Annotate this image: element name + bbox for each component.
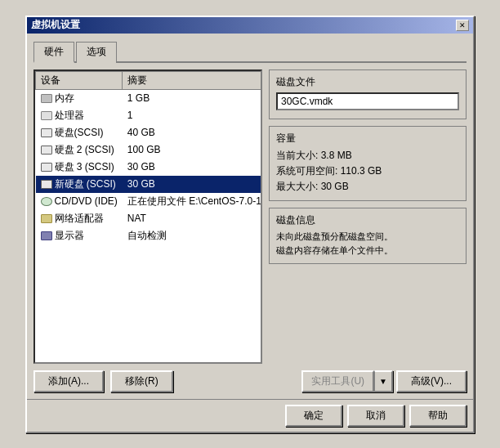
- table-row[interactable]: 网络适配器 NAT: [36, 210, 263, 227]
- disk-file-input[interactable]: [276, 92, 459, 110]
- disk-note2: 磁盘内容存储在单个文件中。: [276, 244, 459, 257]
- footer-buttons: 确定 取消 帮助: [27, 399, 473, 432]
- utility-dropdown-arrow[interactable]: ▼: [374, 370, 393, 392]
- disk-icon: [41, 146, 52, 155]
- remove-button[interactable]: 移除(R): [110, 370, 173, 392]
- table-row[interactable]: 新硬盘 (SCSI) 30 GB: [36, 176, 263, 193]
- available-space: 系统可用空间: 110.3 GB: [276, 164, 459, 178]
- col-summary: 摘要: [123, 71, 262, 89]
- current-size: 当前大小: 3.8 MB: [276, 149, 459, 163]
- capacity-group: 容量 当前大小: 3.8 MB 系统可用空间: 110.3 GB 最大大小: 3…: [269, 126, 467, 201]
- utility-button[interactable]: 实用工具(U): [301, 370, 374, 392]
- tab-hardware[interactable]: 硬件: [33, 42, 74, 63]
- action-buttons: 添加(A)... 移除(R): [33, 370, 262, 392]
- utility-row: 实用工具(U) ▼ 高级(V)...: [269, 370, 467, 392]
- title-bar-buttons: ✕: [456, 20, 469, 31]
- disk-info-title: 磁盘信息: [276, 213, 459, 227]
- display-icon: [41, 231, 52, 240]
- right-panel: 磁盘文件 容量 当前大小: 3.8 MB 系统可用空间: 110.3 GB 最大…: [269, 69, 467, 392]
- help-button[interactable]: 帮助: [409, 405, 467, 427]
- cpu-icon: [41, 111, 52, 120]
- disk-note1: 未向此磁盘预分配磁盘空间。: [276, 231, 459, 243]
- table-row[interactable]: 内存 1 GB: [36, 89, 263, 107]
- table-row[interactable]: 硬盘 2 (SCSI) 100 GB: [36, 141, 263, 159]
- table-row[interactable]: 显示器 自动检测: [36, 227, 263, 244]
- window-title: 虚拟机设置: [31, 18, 80, 32]
- max-size: 最大大小: 30 GB: [276, 180, 459, 194]
- disk-file-title: 磁盘文件: [276, 75, 459, 89]
- utility-split-button: 实用工具(U) ▼: [301, 370, 393, 392]
- cdrom-icon: [41, 197, 52, 206]
- table-row[interactable]: CD/DVD (IDE) 正在使用文件 E:\CentOS-7.0-1406-.…: [36, 193, 263, 210]
- tab-bar: 硬件 选项: [33, 40, 467, 63]
- table-row[interactable]: 硬盘(SCSI) 40 GB: [36, 124, 263, 141]
- disk-icon: [41, 128, 52, 137]
- add-button[interactable]: 添加(A)...: [33, 370, 104, 392]
- device-list-panel: 设备 摘要 内存 1 GB 处理器 1 硬盘(SCSI) 40 GB: [33, 69, 262, 364]
- capacity-title: 容量: [276, 132, 459, 146]
- device-table: 设备 摘要 内存 1 GB 处理器 1 硬盘(SCSI) 40 GB: [35, 71, 262, 244]
- advanced-button[interactable]: 高级(V)...: [396, 370, 467, 392]
- content-area: 设备 摘要 内存 1 GB 处理器 1 硬盘(SCSI) 40 GB: [33, 69, 467, 392]
- nic-icon: [41, 214, 52, 223]
- table-row[interactable]: 硬盘 3 (SCSI) 30 GB: [36, 159, 263, 176]
- memory-icon: [41, 94, 52, 103]
- ok-button[interactable]: 确定: [285, 405, 342, 427]
- disk-info-group: 磁盘信息 未向此磁盘预分配磁盘空间。 磁盘内容存储在单个文件中。: [269, 208, 467, 264]
- virtual-machine-settings-window: 虚拟机设置 ✕ 硬件 选项 设备 摘要: [25, 16, 475, 433]
- disk-file-group: 磁盘文件: [269, 69, 467, 119]
- title-bar: 虚拟机设置 ✕: [27, 17, 473, 34]
- window-body: 硬件 选项 设备 摘要 内存: [27, 34, 473, 399]
- disk-icon: [41, 180, 52, 189]
- col-device: 设备: [36, 71, 123, 89]
- disk-icon: [41, 163, 52, 172]
- table-row[interactable]: 处理器 1: [36, 107, 263, 124]
- cancel-button[interactable]: 取消: [347, 405, 404, 427]
- close-button[interactable]: ✕: [456, 20, 469, 31]
- tab-options[interactable]: 选项: [76, 42, 117, 63]
